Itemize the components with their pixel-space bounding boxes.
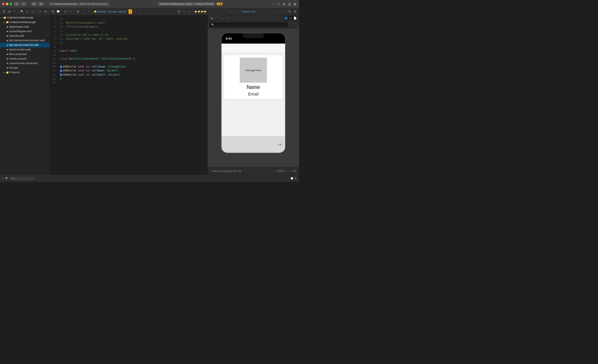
sidebar-label-vc: ViewController.swift xyxy=(9,48,31,51)
outlet-dot-2[interactable] xyxy=(60,70,62,72)
add-file-btn[interactable]: + xyxy=(2,177,4,180)
code-line-1: // xyxy=(58,17,208,21)
nav-forward-right[interactable]: › xyxy=(138,9,143,14)
ib-library-doc[interactable]: 📄 xyxy=(293,16,297,20)
layout-button-2[interactable]: ▥ xyxy=(287,2,291,6)
products-collapse-icon: ▶ xyxy=(3,72,5,73)
stop-button[interactable]: ■ xyxy=(38,2,44,6)
ib-forward-btn[interactable]: › xyxy=(187,9,192,14)
link-btn[interactable]: ⛓ xyxy=(50,9,55,14)
sidebar-toggle-button[interactable]: ☰ xyxy=(14,2,19,6)
sidebar-item-appdelegate[interactable]: ■ AppDelegate.swift xyxy=(0,24,50,29)
clock-btn[interactable]: 🕐 xyxy=(291,177,293,180)
sidebar-item-assets[interactable]: ■ Assets.xcassets xyxy=(0,57,50,61)
nav-back-right[interactable]: ‹ xyxy=(133,9,137,14)
ib-back-btn[interactable]: ‹ xyxy=(182,9,186,14)
code-line-12 xyxy=(58,61,208,65)
close-button[interactable] xyxy=(2,3,5,5)
root-folder-icon: 📁 xyxy=(3,16,7,19)
ib-nav-forward[interactable]: › xyxy=(235,9,239,14)
outlet-dot-1[interactable] xyxy=(60,65,62,68)
warning-indicator[interactable]: ⚠ xyxy=(129,9,132,14)
sidebar-item-mainstoryboard[interactable]: ■ Main.storyboard xyxy=(0,52,50,57)
breadcrumb-file[interactable]: MyColle...Cell.swift xyxy=(97,10,117,13)
separator-5 xyxy=(74,10,75,14)
warning-btn[interactable]: ⚠ xyxy=(25,9,30,14)
warning-badge[interactable]: ⚠ 2 xyxy=(217,2,222,5)
sidebar-item-products[interactable]: ▶ 📁 Products xyxy=(0,70,50,75)
ib-tool-grid[interactable]: ⊞ xyxy=(209,16,214,20)
maximize-button[interactable] xyxy=(9,3,12,5)
minimize-button[interactable] xyxy=(6,3,8,5)
format-btn-2[interactable]: ⊟ xyxy=(43,9,48,14)
sidebar-item-scenedelegate[interactable]: ■ SceneDelegate.swift xyxy=(0,29,50,34)
ib-props-btn[interactable]: ☰ xyxy=(287,9,292,14)
ib-obj-btn[interactable]: ⊞ xyxy=(293,9,297,14)
ib-search-bar[interactable]: 🔍 xyxy=(210,22,288,27)
view-as-label: □ View as: iPhone 11 (÷C ÷R) xyxy=(211,170,241,172)
grid-btn-status[interactable]: ⊞ xyxy=(295,177,297,180)
sidebar-item-launchscreen[interactable]: ■ LaunchScreen.storyboard xyxy=(0,61,50,65)
scheme-selector[interactable]: ⚙ CollectionViewExample › iPhone SE (2nd… xyxy=(49,2,109,6)
breadcrumb-symbol[interactable]: MyCollectionViewCell xyxy=(119,10,126,13)
preview-toggle[interactable]: □ xyxy=(211,170,213,172)
outlet-dot-3[interactable] xyxy=(60,73,62,76)
ib-library-cube[interactable]: ⬡ xyxy=(288,16,293,20)
navigator-toggle[interactable]: ☰ xyxy=(2,9,6,14)
ib-grid-btn[interactable]: ⊞ xyxy=(176,9,181,14)
zoom-out-btn[interactable]: − xyxy=(274,169,276,173)
back-btn[interactable]: ‹ xyxy=(81,9,86,14)
ib-tool-forward[interactable]: › xyxy=(225,16,230,20)
delete-btn[interactable]: ✕ xyxy=(63,9,68,14)
fit-screen-icon[interactable]: ⤡ xyxy=(291,170,292,172)
filter-input[interactable] xyxy=(9,177,34,180)
sidebar-root-group[interactable]: ▶ 📁 CollectionViewExample xyxy=(0,15,50,20)
swift-file-icon: ■ xyxy=(7,30,8,32)
code-lines[interactable]: // // MyCollectionViewCell.swift // Coll… xyxy=(58,15,208,175)
sidebar-item-mycollectionviewcontroller[interactable]: ■ MyCollectionViewController.swift xyxy=(0,38,50,43)
other-btn[interactable]: ◇ xyxy=(31,9,35,14)
code-line-8 xyxy=(58,45,208,49)
toolbar-btn-plus[interactable]: + xyxy=(12,9,17,14)
bubble-btn[interactable]: 💬 xyxy=(56,9,60,14)
separator: | xyxy=(193,3,194,5)
format-btn-1[interactable]: ≡ xyxy=(38,9,42,14)
ib-chevron-btn[interactable]: › xyxy=(280,9,285,14)
layout-button-1[interactable]: ▤ xyxy=(282,2,286,6)
collection-view-cell[interactable]: UIImageView Name Email xyxy=(224,55,282,99)
code-review[interactable]: ⊞ xyxy=(7,9,12,14)
sidebar-group-header[interactable]: ▶ 📁 CollectionViewExample xyxy=(0,20,50,24)
find-btn[interactable]: 🔍 xyxy=(20,9,24,14)
code-editor: 1 2 3 4 5 6 7 8 9 10 11 12 13 14 15 16 1… xyxy=(50,15,208,175)
uiimageview-label: UIImageView xyxy=(245,69,261,72)
check-btn[interactable]: ✓ xyxy=(68,9,73,14)
run-button[interactable]: ▶ xyxy=(31,2,37,6)
sidebar-item-mycollectionviewcell[interactable]: ■ MyCollectionViewCell.swift xyxy=(0,43,50,47)
phone-nav-bar xyxy=(222,44,285,53)
ib-nav-back[interactable]: ‹ xyxy=(229,9,234,14)
zoom-in-btn[interactable]: + xyxy=(285,169,286,173)
layout-button-3[interactable]: ▦ xyxy=(293,2,297,6)
ib-content-view-label[interactable]: Content View xyxy=(242,10,255,13)
title-bar: ☰ □ ▶ ■ ⚙ CollectionViewExample › iPhone… xyxy=(0,0,299,8)
ib-tool-back[interactable]: ‹ xyxy=(220,16,225,20)
ib-bottom-toolbar: □ View as: iPhone 11 (÷C ÷R) − 151% + ⤡ … xyxy=(208,167,299,175)
swift-file-icon: ■ xyxy=(7,48,8,51)
sidebar-group-label: CollectionViewExample xyxy=(10,21,36,24)
separator-10 xyxy=(241,10,241,14)
forward-btn[interactable]: › xyxy=(87,9,91,14)
add-editor-button[interactable]: + xyxy=(271,2,275,6)
ib-tool-phone[interactable]: 📱 xyxy=(215,16,219,20)
phone-time: 9:41 xyxy=(226,37,232,40)
navigator-button[interactable]: □ xyxy=(21,2,26,6)
ib-library-globe[interactable]: 🌐 xyxy=(284,16,288,20)
ib-canvas[interactable]: 9:41 UIImageView Name Email xyxy=(208,29,299,167)
grid-btn[interactable]: ⊞ xyxy=(76,9,80,14)
sidebar-item-userinfo[interactable]: ■ UserInfo.swift xyxy=(0,34,50,38)
ib-warning-btn[interactable]: ‹ xyxy=(275,9,279,14)
actual-size-icon[interactable]: ⊞ xyxy=(294,170,296,172)
sidebar-item-infoplist[interactable]: ■ Info.plist xyxy=(0,65,50,70)
status-bar-right: 🕐 ⊞ xyxy=(291,177,297,180)
split-view-button[interactable]: ⇌ xyxy=(277,2,281,6)
sidebar-item-viewcontroller[interactable]: ■ ViewController.swift xyxy=(0,47,50,52)
